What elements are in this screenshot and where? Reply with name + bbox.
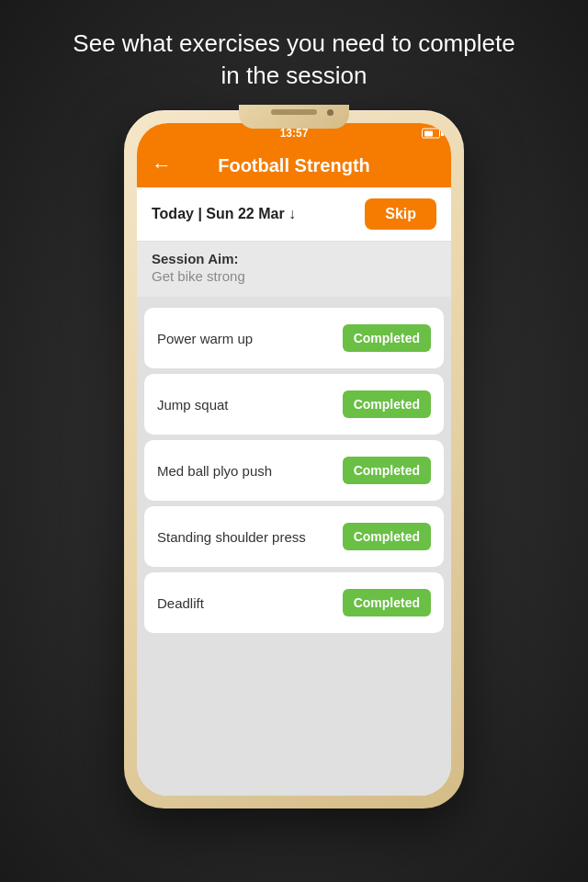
back-button[interactable]: ←	[152, 153, 172, 177]
nav-bar: ← Football Strength	[137, 143, 451, 187]
completed-button[interactable]: Completed	[343, 523, 431, 550]
exercise-item: Power warm upCompleted	[144, 308, 444, 368]
exercise-name: Deadlift	[157, 595, 204, 611]
phone-shell: 13:57 ← Football Strength Today | Sun 22…	[124, 110, 464, 808]
exercise-item: Standing shoulder pressCompleted	[144, 506, 444, 567]
exercise-list: Power warm upCompletedJump squatComplete…	[137, 297, 451, 796]
exercise-name: Jump squat	[157, 397, 229, 413]
completed-button[interactable]: Completed	[343, 324, 431, 352]
battery-icon	[422, 129, 440, 139]
exercise-item: DeadliftCompleted	[144, 572, 444, 633]
phone-speaker	[271, 109, 317, 115]
exercise-item: Med ball plyo pushCompleted	[144, 440, 444, 501]
exercise-name: Med ball plyo push	[157, 463, 272, 479]
battery-fill	[424, 130, 433, 136]
phone-camera	[327, 109, 334, 116]
completed-button[interactable]: Completed	[343, 589, 431, 616]
session-aim-value: Get bike strong	[152, 268, 436, 284]
date-arrow: ↓	[288, 206, 296, 221]
date-text: Today | Sun 22 Mar ↓	[152, 206, 296, 221]
tagline: See what exercises you need to complete …	[36, 0, 551, 110]
completed-button[interactable]: Completed	[343, 390, 431, 418]
exercise-name: Standing shoulder press	[157, 529, 306, 545]
session-aim-section: Session Aim: Get bike strong	[137, 242, 451, 297]
skip-button[interactable]: Skip	[365, 198, 436, 230]
exercise-name: Power warm up	[157, 331, 253, 346]
status-time: 13:57	[280, 127, 309, 140]
tagline-text: See what exercises you need to complete …	[73, 29, 514, 89]
phone-screen: 13:57 ← Football Strength Today | Sun 22…	[137, 123, 451, 796]
phone-top-bar	[239, 105, 349, 129]
date-display: Today | Sun 22 Mar ↓	[152, 206, 296, 222]
nav-title: Football Strength	[183, 155, 405, 176]
date-row: Today | Sun 22 Mar ↓ Skip	[137, 187, 451, 242]
completed-button[interactable]: Completed	[343, 457, 431, 484]
exercise-item: Jump squatCompleted	[144, 374, 444, 435]
session-aim-label: Session Aim:	[152, 251, 436, 266]
